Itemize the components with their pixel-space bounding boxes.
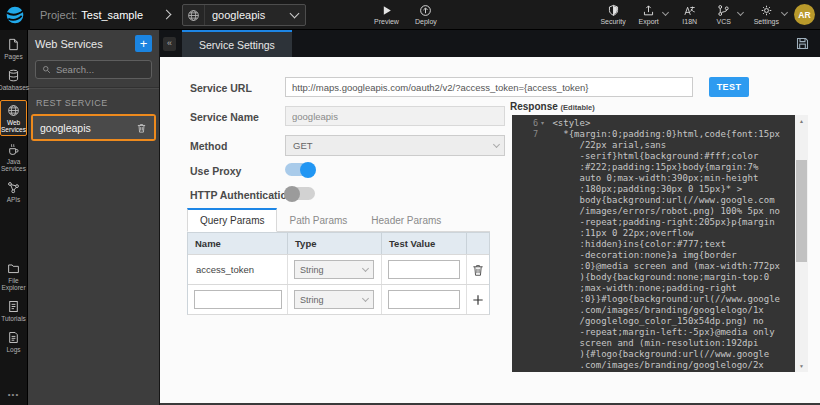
topbar-action-label: Security <box>600 18 625 25</box>
toolbar-right: Security Export I18N VCS <box>600 2 786 25</box>
params-tab[interactable]: Header Params <box>359 208 453 232</box>
code-line: ▾ .com/images/branding/googlelogo/2x <box>512 360 795 371</box>
test-button[interactable]: TEST <box>709 77 749 97</box>
rail-item-icon <box>7 300 20 313</box>
code-line: 7 ▾ *{margin:0;padding:0}html,code{font:… <box>512 129 795 140</box>
service-url-input[interactable] <box>285 77 693 97</box>
scroll-down-arrow-icon[interactable]: ▼ <box>795 360 808 372</box>
chevron-down-icon <box>290 9 300 19</box>
rail-item[interactable]: Pages <box>0 38 27 60</box>
save-button[interactable] <box>795 36 810 51</box>
param-name-input[interactable] <box>194 290 282 309</box>
line-number <box>512 228 538 239</box>
save-icon <box>795 36 810 51</box>
param-test-value-input[interactable] <box>388 290 460 309</box>
rail-item[interactable]: Tutorials <box>0 300 27 322</box>
rail-item[interactable]: File Explorer <box>0 262 27 291</box>
topbar-action-button[interactable]: Settings <box>754 2 779 25</box>
code-text: :0}@media screen and (max-width:772px <box>547 261 795 272</box>
line-number <box>512 338 538 349</box>
line-number <box>512 217 538 228</box>
service-name-input[interactable] <box>285 106 505 126</box>
service-item-label: googleapis <box>40 122 136 134</box>
rail-item[interactable]: APIs <box>0 181 27 203</box>
code-text: screen and (min-resolution:192dpi <box>547 338 795 349</box>
line-number <box>512 294 538 305</box>
code-text: :#222;padding:15px}body{margin:7% <box>547 162 795 173</box>
param-type-value: String <box>295 295 357 305</box>
service-url-label: Service URL <box>190 82 252 94</box>
code-text: /images/errors/robot.png) 100% 5px no <box>547 206 795 217</box>
topbar-action-label: Settings <box>754 18 779 25</box>
scroll-up-arrow-icon[interactable]: ▲ <box>795 115 808 127</box>
code-line: ▾ /googlelogo_color_150x54dp.png) no <box>512 316 795 327</box>
param-type-select[interactable]: String <box>294 260 374 279</box>
app-logo[interactable] <box>0 0 30 30</box>
line-number <box>512 140 538 151</box>
param-type-select[interactable]: String <box>294 290 374 309</box>
wavemaker-logo-icon <box>5 5 25 25</box>
chevron-down-icon <box>662 9 669 16</box>
topbar-action-icon <box>607 4 620 17</box>
code-line: ▾ -serif}html{background:#fff;color <box>512 151 795 162</box>
topbar-action-button[interactable]: VCS <box>713 2 735 25</box>
chevron-down-icon <box>357 261 373 278</box>
user-avatar[interactable]: AR <box>794 4 815 25</box>
http-authentication-toggle[interactable] <box>285 187 315 200</box>
service-name-label: Service Name <box>190 111 259 123</box>
delete-row-icon[interactable] <box>471 263 485 277</box>
trash-icon[interactable] <box>136 122 147 134</box>
response-code-editor[interactable]: 6 ▾ <style> 7 ▾ *{margin:0;padding:0}htm… <box>512 115 808 372</box>
rail-item[interactable]: Logs <box>0 331 27 353</box>
service-list-item-googleapis[interactable]: googleapis <box>33 116 154 139</box>
rail-item-label: Logs <box>6 346 20 353</box>
topbar-action-button[interactable]: Export <box>638 2 660 25</box>
panel-title: Web Services <box>35 38 135 50</box>
topbar-action-button[interactable]: Security <box>600 2 625 25</box>
param-type-value: String <box>295 265 357 275</box>
rail-item-label: Pages <box>4 53 22 60</box>
add-row-icon[interactable] <box>471 293 485 307</box>
rail-item[interactable]: Web Services <box>0 100 27 136</box>
rail-item[interactable]: Databases <box>0 69 27 91</box>
service-selector-dropdown[interactable]: googleapis <box>182 4 306 26</box>
response-label: Response (Editable) <box>510 101 595 112</box>
more-dots-icon[interactable]: ••• <box>8 390 19 399</box>
code-line: ▾ body{background:url(//www.google.com <box>512 195 795 206</box>
topbar-action-button[interactable]: I18N <box>679 2 701 25</box>
run-actions: Preview Deploy <box>374 2 437 25</box>
service-settings-content: Service URL TEST Service Name Method GET… <box>160 57 820 403</box>
method-select[interactable]: GET <box>285 135 505 156</box>
code-line: ▾ -repeat;margin-left:-5px}@media only <box>512 327 795 338</box>
code-area[interactable]: 6 ▾ <style> 7 ▾ *{margin:0;padding:0}htm… <box>512 115 795 372</box>
line-number <box>512 250 538 261</box>
rail-item[interactable]: Java Services <box>0 143 27 172</box>
project-name: Test_sample <box>81 9 143 21</box>
annotation-highlight: googleapis <box>31 114 156 141</box>
code-line: ▾ ){body{background:none;margin-top:0 <box>512 272 795 283</box>
code-line: ▾ /images/errors/robot.png) 100% 5px no <box>512 206 795 217</box>
header-actions <box>467 233 489 254</box>
topbar-action-label: VCS <box>717 18 731 25</box>
param-test-value-input[interactable] <box>388 260 460 279</box>
rail-item-label: Web Services <box>1 119 26 133</box>
param-name-text: access_token <box>194 264 254 275</box>
params-tab[interactable]: Path Params <box>277 208 359 232</box>
add-service-button[interactable]: + <box>135 35 152 52</box>
use-proxy-toggle[interactable] <box>285 163 315 176</box>
params-tab-bar: Query Params Path Params Header Params <box>187 208 490 232</box>
line-number <box>512 305 538 316</box>
editor-scrollbar[interactable]: ▲ ▼ <box>795 115 808 372</box>
line-number <box>512 360 538 371</box>
topbar-action-button[interactable]: Preview <box>374 2 399 25</box>
response-editable-note: (Editable) <box>561 103 595 112</box>
search-input[interactable] <box>56 64 145 75</box>
code-text: .com/images/branding/googlelogo/1x <box>547 305 795 316</box>
collapse-panel-button[interactable]: « <box>163 37 176 51</box>
code-line: ▾ auto 0;max-width:390px;min-height <box>512 173 795 184</box>
topbar-action-button[interactable]: Deploy <box>415 2 437 25</box>
scrollbar-thumb[interactable] <box>796 160 807 262</box>
fold-caret-icon[interactable]: ▾ <box>538 118 547 129</box>
tab-service-settings[interactable]: Service Settings <box>182 30 292 57</box>
params-tab[interactable]: Query Params <box>187 208 277 232</box>
